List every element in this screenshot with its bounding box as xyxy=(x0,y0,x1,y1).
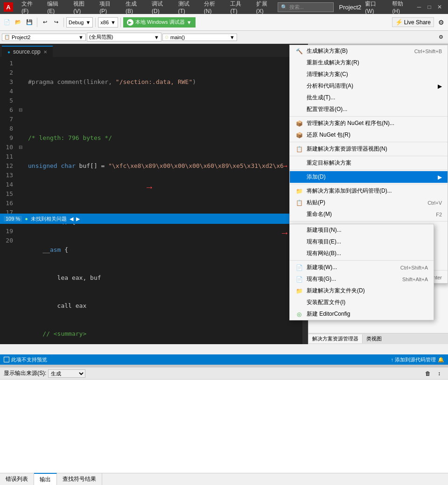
error-list-tab[interactable]: 错误列表 xyxy=(0,473,34,485)
menu-analyze[interactable]: 分析(N) xyxy=(200,0,226,15)
debug-config-label: Debug xyxy=(69,20,84,25)
sub-existing-project-icon xyxy=(295,238,303,246)
cm-config-label: 配置管理器(O)... xyxy=(307,105,347,113)
menu-ext[interactable]: 扩展(X) xyxy=(252,0,278,15)
platform-dropdown[interactable]: x86 ▼ xyxy=(98,17,118,28)
cm-new-view[interactable]: 📋 新建解决方案资源管理器视图(N) xyxy=(290,143,448,155)
menu-debug[interactable]: 调试(D) xyxy=(148,0,174,15)
live-share-icon: ⚡ xyxy=(395,19,403,26)
output-tab[interactable]: 输出 xyxy=(34,473,57,485)
cm-nuget-manage[interactable]: 📦 管理解决方案的 NuGet 程序包(N)... xyxy=(290,118,448,129)
cm-icon-config xyxy=(295,106,303,113)
preview-checkbox[interactable] xyxy=(4,357,9,362)
cm-nuget-restore[interactable]: 📦 还原 NuGet 包(R) xyxy=(290,129,448,141)
find-symbols-tab[interactable]: 查找符号结果 xyxy=(57,473,102,485)
sub-existing-item[interactable]: 📄 现有项(G)... Shift+Alt+A xyxy=(290,273,434,285)
menu-build[interactable]: 生成(B) xyxy=(122,0,147,15)
sub-new-project[interactable]: 新建项目(N)... xyxy=(290,224,434,236)
titlebar: A 文件(F) 编辑(E) 视图(V) 项目(P) 生成(B) 调试(D) 测试… xyxy=(0,0,448,14)
menu-tools[interactable]: 工具(T) xyxy=(226,0,251,15)
run-button[interactable]: ▶ 本地 Windows 调试器 ▼ xyxy=(123,17,196,28)
output-clear-btn[interactable]: 🗑 xyxy=(423,368,433,379)
scope-dropdown[interactable]: (全局范围) ▼ xyxy=(87,33,161,42)
file-scope-dropdown[interactable]: 📋 Project2 ▼ xyxy=(2,34,86,41)
sub-new-item[interactable]: 📄 新建项(W)... Ctrl+Shift+A xyxy=(290,262,434,273)
cm-rename[interactable]: 重命名(M) F2 xyxy=(290,208,448,220)
cm-sep4 xyxy=(290,170,448,170)
redo-button[interactable]: ↪ xyxy=(51,17,61,28)
cm-rebuild[interactable]: 重新生成解决方案(R) xyxy=(290,57,448,69)
cm-clean[interactable]: 清理解决方案(C) xyxy=(290,69,448,80)
sub-new-editorconfig[interactable]: ◎ 新建 EditorConfig xyxy=(290,308,434,320)
sub-new-item-shortcut: Ctrl+Shift+A xyxy=(400,265,428,270)
cm-add[interactable]: 添加(D) ▶ xyxy=(290,171,448,183)
live-share-label: Live Share xyxy=(404,19,431,26)
sub-existing-project[interactable]: 现有项目(E)... xyxy=(290,236,434,248)
open-file-button[interactable]: 📂 xyxy=(13,17,23,28)
cm-add-label: 添加(D) xyxy=(307,173,326,181)
sub-install-config-icon xyxy=(295,299,303,306)
undo-button[interactable]: ↩ xyxy=(40,17,50,28)
status-indicator: ● xyxy=(25,216,28,222)
menu-edit[interactable]: 编辑(E) xyxy=(43,0,69,15)
cm-paste-shortcut: Ctrl+V xyxy=(427,200,442,206)
save-button[interactable]: 💾 xyxy=(24,17,35,28)
output-source-select[interactable]: 生成 xyxy=(48,369,85,378)
sub-new-folder[interactable]: 📁 新建解决方案文件夹(D) xyxy=(290,285,434,297)
sub-existing-website[interactable]: 现有网站(B)... xyxy=(290,248,434,259)
zoom-level[interactable]: 109 % xyxy=(4,216,22,222)
cm-icon-rename xyxy=(295,211,303,218)
new-file-button[interactable]: 📄 xyxy=(2,17,12,28)
cm-build-solution[interactable]: 🔨 生成解决方案(B) Ctrl+Shift+B xyxy=(290,45,448,57)
run-dropdown-arrow: ▼ xyxy=(187,20,192,25)
menu-help[interactable]: 帮助(H) xyxy=(388,0,413,15)
cm-retarget[interactable]: 重定目标解决方案 xyxy=(290,157,448,169)
menu-window[interactable]: 窗口(W) xyxy=(361,0,387,15)
extra-toolbar-btn[interactable]: ⚙ xyxy=(436,17,446,28)
play-icon: ▶ xyxy=(127,19,133,26)
cm-analyze[interactable]: 分析和代码清理(A) ▶ xyxy=(290,80,448,92)
cm-paste[interactable]: 📋 粘贴(P) Ctrl+V xyxy=(290,197,448,208)
cm-build-label: 生成解决方案(B) xyxy=(307,47,348,55)
bell-icon[interactable]: 🔔 xyxy=(438,357,444,363)
sub-sep1 xyxy=(290,260,434,261)
nuget-restore-icon: 📦 xyxy=(295,132,303,139)
sub-new-folder-icon: 📁 xyxy=(295,287,303,295)
function-dropdown[interactable]: ⊙ main() ▼ xyxy=(162,34,237,41)
cm-add-source[interactable]: 📁 将解决方案添加到源代码管理(D)... xyxy=(290,185,448,197)
cm-config-mgr[interactable]: 配置管理器(O)... xyxy=(290,104,448,115)
toolbar-sep3 xyxy=(95,18,96,27)
add-source-control-text[interactable]: ↑ 添加到源代码管理 xyxy=(391,356,436,363)
solution-tab[interactable]: 解决方案资源管理器 xyxy=(308,334,363,343)
cm-icon-clean xyxy=(295,71,303,78)
tab-close-icon[interactable]: ✕ xyxy=(43,49,47,55)
menu-view[interactable]: 视图(V) xyxy=(70,0,95,15)
menu-project[interactable]: 项目(P) xyxy=(96,0,121,15)
filename-label: source.cpp xyxy=(13,48,41,55)
second-toolbar: 📋 Project2 ▼ (全局范围) ▼ ⊙ main() ▼ ⚙ xyxy=(0,31,448,44)
nav-right-icon[interactable]: ▶ xyxy=(76,216,80,222)
sub-install-config[interactable]: 安装配置文件(I) xyxy=(290,297,434,308)
class-view-tab[interactable]: 类视图 xyxy=(363,334,385,343)
maximize-button[interactable]: □ xyxy=(425,2,434,12)
menu-test[interactable]: 测试(T) xyxy=(175,0,199,15)
cm-clean-label: 清理解决方案(C) xyxy=(307,70,348,78)
cm-icon-retarget xyxy=(295,159,303,167)
code-text[interactable]: #pragma comment(linker, "/section:.data,… xyxy=(24,57,302,344)
close-button[interactable]: ✕ xyxy=(435,2,444,12)
search-box[interactable]: 🔍 搜索... xyxy=(278,2,334,12)
scope-arrow: ▼ xyxy=(78,35,84,40)
output-wrap-btn[interactable]: ↕ xyxy=(434,368,444,379)
nav-left-icon[interactable]: ◀ xyxy=(70,216,73,222)
debug-config-dropdown[interactable]: Debug ▼ xyxy=(66,17,93,28)
cm-sep1 xyxy=(290,116,448,117)
file-tab-source[interactable]: ● source.cpp ✕ xyxy=(2,46,53,57)
cm-batch-build[interactable]: 批生成(T)... xyxy=(290,92,448,104)
cm-add-arrow: ▶ xyxy=(438,174,442,180)
line-numbers: 12345 678910 1112131415 1617181920 xyxy=(0,57,17,344)
menu-file[interactable]: 文件(F) xyxy=(18,0,42,15)
live-share-button[interactable]: ⚡ Live Share xyxy=(392,17,434,27)
main-toolbar: 📄 📂 💾 ↩ ↪ Debug ▼ x86 ▼ ▶ 本地 Windows 调试器… xyxy=(0,14,448,31)
minimize-button[interactable]: ─ xyxy=(414,2,424,12)
settings-icon[interactable]: ⚙ xyxy=(436,32,446,42)
